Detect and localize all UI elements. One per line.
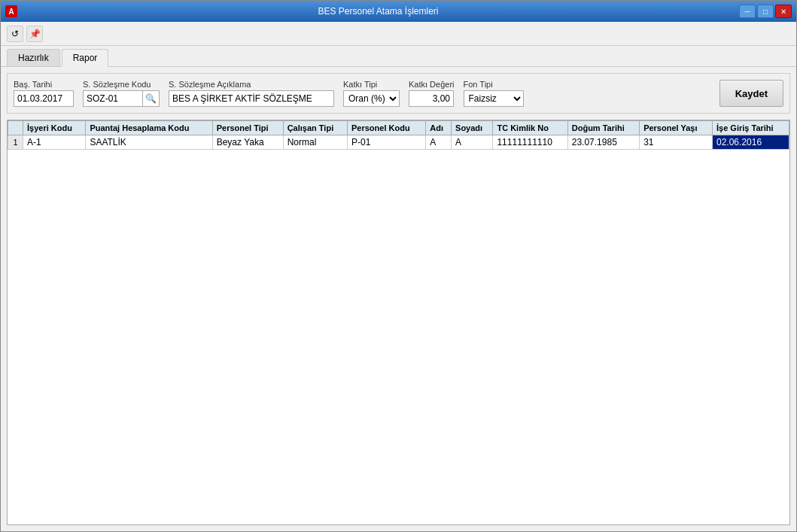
cell-dogum-tarihi: 23.07.1985 [567,135,639,150]
sozlesme-kodu-label: S. Sözleşme Kodu [83,80,160,89]
table-row[interactable]: 1 A-1 SAATLİK Beyaz Yaka Normal P-01 A A… [8,135,789,150]
katki-degeri-input[interactable] [409,90,454,107]
col-header-puantaj: Puantaj Hesaplama Kodu [86,121,212,135]
sozlesme-search-button[interactable]: 🔍 [143,90,160,107]
cell-tc-kimlik: 11111111110 [493,135,567,150]
bas-tarihi-label: Baş. Tarihi [14,80,74,89]
sozlesme-aciklama-label: S. Sözleşme Açıklama [169,80,334,89]
refresh-icon[interactable]: ↺ [7,26,23,42]
katki-degeri-label: Katkı Değeri [409,80,455,89]
col-header-adi: Adı [426,121,452,135]
cell-personel-kodu: P-01 [348,135,426,150]
title-bar-left: A [5,5,17,17]
cell-adi: A [426,135,452,150]
bas-tarihi-group: Baş. Tarihi [14,80,74,107]
window-controls: ─ □ ✕ [739,5,792,18]
tab-rapor[interactable]: Rapor [62,49,109,67]
tabs-area: Hazırlık Rapor [1,46,796,67]
close-button[interactable]: ✕ [775,5,792,18]
toolbar: ↺ 📌 [1,22,796,46]
col-header-personel-tipi: Personel Tipi [212,121,283,135]
sozlesme-kodu-input-wrap: 🔍 [83,90,160,107]
sozlesme-aciklama-group: S. Sözleşme Açıklama [169,80,334,107]
table-header-row: İşyeri Kodu Puantaj Hesaplama Kodu Perso… [8,121,789,135]
katki-degeri-group: Katkı Değeri [409,80,455,107]
pin-icon[interactable]: 📌 [26,26,43,42]
content-area: Baş. Tarihi S. Sözleşme Kodu 🔍 S. Sözleş… [1,67,796,531]
title-bar: A BES Personel Atama İşlemleri ─ □ ✕ [1,1,796,22]
katki-tipi-group: Katkı Tipi Oran (%) Tutar [343,80,400,107]
cell-personel-tipi: Beyaz Yaka [212,135,283,150]
col-header-personel-yasi: Personel Yaşı [640,121,713,135]
cell-puantaj: SAATLİK [86,135,212,150]
bas-tarihi-input[interactable] [14,90,74,107]
window-title: BES Personel Atama İşlemleri [17,6,739,17]
cell-calisan-tipi: Normal [283,135,347,150]
fon-tipi-select[interactable]: Faizsiz Faizli [464,90,524,107]
col-header-personel-kodu: Personel Kodu [348,121,426,135]
data-table-area: İşyeri Kodu Puantaj Hesaplama Kodu Perso… [7,120,790,525]
kaydet-button[interactable]: Kaydet [719,80,783,107]
cell-row-num: 1 [8,135,23,150]
minimize-button[interactable]: ─ [739,5,756,18]
main-window: A BES Personel Atama İşlemleri ─ □ ✕ ↺ 📌… [0,0,797,532]
col-header-row-num [8,121,23,135]
col-header-tc-kimlik: TC Kimlik No [493,121,567,135]
cell-soyadi: A [452,135,493,150]
sozlesme-aciklama-input[interactable] [169,90,334,107]
katki-tipi-select[interactable]: Oran (%) Tutar [343,90,400,107]
katki-tipi-label: Katkı Tipi [343,80,400,89]
col-header-calisan-tipi: Çalışan Tipi [283,121,347,135]
data-table: İşyeri Kodu Puantaj Hesaplama Kodu Perso… [8,120,789,150]
col-header-dogum-tarihi: Doğum Tarihi [567,121,639,135]
cell-isyeri-kodu: A-1 [23,135,86,150]
sozlesme-kodu-input[interactable] [83,90,143,107]
app-logo: A [5,5,17,17]
fon-tipi-group: Fon Tipi Faizsiz Faizli [464,80,524,107]
restore-button[interactable]: □ [757,5,774,18]
col-header-ise-giris-tarihi: İşe Giriş Tarihi [713,121,789,135]
fon-tipi-label: Fon Tipi [464,80,524,89]
col-header-isyeri-kodu: İşyeri Kodu [23,121,86,135]
filter-panel: Baş. Tarihi S. Sözleşme Kodu 🔍 S. Sözleş… [7,73,790,114]
sozlesme-kodu-group: S. Sözleşme Kodu 🔍 [83,80,160,107]
col-header-soyadi: Soyadı [452,121,493,135]
cell-ise-giris-tarihi: 02.06.2016 [713,135,789,150]
cell-personel-yasi: 31 [640,135,713,150]
tab-hazirlik[interactable]: Hazırlık [7,49,60,66]
